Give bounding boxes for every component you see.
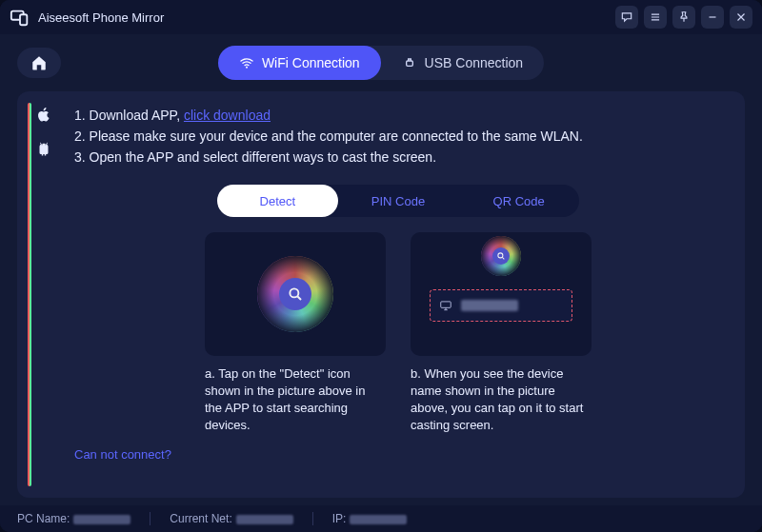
tab-wifi[interactable]: WiFi Connection	[218, 46, 381, 80]
usb-icon	[402, 55, 417, 70]
content-panel: 1. Download APP, click download 2. Pleas…	[17, 91, 745, 498]
caption-b: b. When you see the device name shown in…	[411, 365, 592, 434]
tab-usb[interactable]: USB Connection	[381, 46, 545, 80]
device-box	[430, 289, 572, 322]
app-title: Aiseesoft Phone Mirror	[38, 10, 615, 25]
close-button[interactable]	[730, 6, 752, 29]
colorwheel-small-icon	[481, 236, 521, 276]
minimize-button[interactable]	[701, 6, 724, 29]
figure-detect	[205, 232, 386, 356]
cannot-connect-link[interactable]: Can not connect?	[74, 447, 171, 462]
connection-tabs: WiFi Connection USB Connection	[218, 46, 544, 80]
app-window: Aiseesoft Phone Mirror WiFi Connection U…	[0, 0, 762, 532]
instr-line2: 2. Please make sure your device and the …	[74, 126, 722, 147]
os-rail	[17, 91, 70, 498]
pcname-label: PC Name:	[17, 512, 70, 525]
download-link[interactable]: click download	[184, 108, 271, 123]
device-name-redacted	[461, 300, 518, 311]
cannot-connect: Can not connect?	[74, 447, 722, 462]
monitor-icon	[438, 299, 453, 312]
home-button[interactable]	[17, 48, 61, 78]
instructions: 1. Download APP, click download 2. Pleas…	[74, 105, 722, 167]
tab-usb-label: USB Connection	[425, 55, 524, 70]
figure-device	[411, 232, 592, 356]
caption-a: a. Tap on the "Detect" icon shown in the…	[205, 365, 386, 434]
instr-line1: 1. Download APP, click download	[74, 105, 722, 126]
method-tabs: Detect PIN Code QR Code	[217, 185, 579, 217]
status-bar: PC Name: Current Net: IP:	[0, 505, 762, 532]
window-controls	[615, 6, 752, 29]
detect-search-icon	[279, 278, 311, 310]
content: 1. Download APP, click download 2. Pleas…	[70, 91, 745, 498]
cards-row: a. Tap on the "Detect" icon shown in the…	[74, 232, 722, 434]
status-pcname: PC Name:	[17, 512, 130, 525]
net-value-redacted	[236, 515, 293, 524]
wifi-icon	[239, 55, 254, 70]
pcname-value-redacted	[73, 515, 130, 524]
instr-line1-prefix: 1. Download APP,	[74, 108, 184, 123]
titlebar: Aiseesoft Phone Mirror	[0, 0, 762, 34]
app-logo-icon	[10, 7, 30, 28]
top-row: WiFi Connection USB Connection	[0, 34, 762, 91]
detect-search-small-icon	[492, 247, 510, 265]
status-net: Current Net:	[170, 512, 292, 525]
sep	[312, 512, 313, 525]
svg-point-2	[246, 67, 248, 69]
main-area: 1. Download APP, click download 2. Pleas…	[0, 91, 762, 505]
apple-icon[interactable]	[34, 105, 53, 124]
android-icon[interactable]	[34, 139, 53, 158]
net-label: Current Net:	[170, 512, 231, 525]
ip-label: IP:	[332, 512, 347, 525]
card-b: b. When you see the device name shown in…	[411, 232, 592, 434]
method-tab-qr[interactable]: QR Code	[458, 185, 579, 217]
svg-point-4	[290, 288, 298, 297]
svg-rect-6	[441, 302, 451, 307]
card-a: a. Tap on the "Detect" icon shown in the…	[205, 232, 386, 434]
instr-line3: 3. Open the APP and select different way…	[74, 147, 722, 167]
feedback-button[interactable]	[615, 6, 638, 29]
pin-button[interactable]	[672, 6, 695, 29]
svg-point-5	[498, 253, 503, 258]
sep	[150, 512, 150, 525]
tab-wifi-label: WiFi Connection	[262, 55, 360, 70]
colorwheel-icon	[257, 256, 333, 332]
ip-value-redacted	[350, 515, 407, 524]
svg-rect-3	[406, 61, 412, 66]
status-ip: IP:	[332, 512, 408, 525]
method-tab-detect[interactable]: Detect	[217, 185, 338, 217]
svg-rect-1	[20, 14, 27, 25]
menu-button[interactable]	[644, 6, 667, 29]
method-tab-pin[interactable]: PIN Code	[338, 185, 459, 217]
